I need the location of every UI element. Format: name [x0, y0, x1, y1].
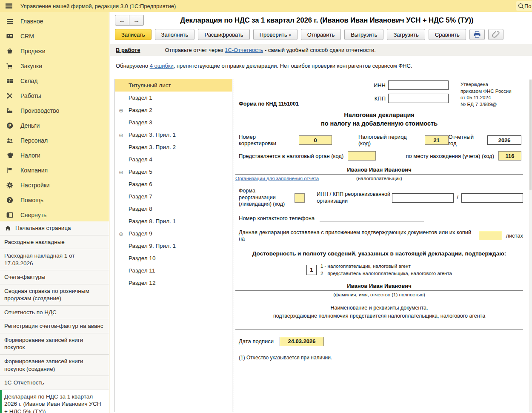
- back-arrow-icon: ←: [119, 17, 126, 24]
- sidebar-item-label: CRM: [20, 33, 34, 40]
- section-item-1[interactable]: Раздел 1: [115, 92, 232, 104]
- section-item-9-app-1[interactable]: Раздел 9. Прил. 1: [115, 240, 232, 252]
- signer-code-field[interactable]: 1: [306, 265, 317, 275]
- sidebar-item-purchases[interactable]: Закупки: [0, 58, 109, 73]
- section-label: Раздел 7: [129, 193, 152, 200]
- section-item-title-page[interactable]: Титульный лист: [115, 79, 232, 92]
- sidebar-item-main[interactable]: Главное: [0, 14, 109, 29]
- approved-note: Утверждена приказом ФНС России от 05.11.…: [449, 80, 523, 108]
- phone-input[interactable]: [320, 215, 424, 221]
- history-item[interactable]: Регистрация счетов-фактур на аванс: [0, 319, 109, 333]
- year-field[interactable]: 2026: [487, 135, 521, 145]
- send-button[interactable]: Отправить: [301, 29, 341, 40]
- attachment-pages-field[interactable]: [479, 231, 502, 240]
- history-item-label: Декларация по НДС за 1 квартал 2026 г. (…: [4, 393, 105, 413]
- 1c-reporting-link[interactable]: 1С-Отчетность: [225, 47, 263, 53]
- section-item-3[interactable]: Раздел 3: [115, 116, 232, 129]
- taxpayer-name: Иванов Иван Иванович: [235, 166, 523, 175]
- sidebar-item-warehouse[interactable]: Склад: [0, 73, 109, 88]
- form-divider: [235, 330, 523, 330]
- scrollbar-thumb[interactable]: [529, 80, 532, 190]
- form-scrollbar[interactable]: [529, 79, 532, 412]
- expand-icon[interactable]: ⊕: [119, 132, 123, 138]
- section-item-5[interactable]: ⊕Раздел 5: [115, 166, 232, 178]
- sidebar-item-works[interactable]: Работы: [0, 88, 109, 103]
- history-item[interactable]: Расходная накладная 1 от 17.03.2026: [0, 249, 109, 270]
- reorg-code-field[interactable]: [295, 193, 305, 203]
- history-item[interactable]: Сводная справка по розничным продажам (с…: [0, 284, 109, 306]
- section-item-8-app-1[interactable]: Раздел 8. Прил. 1: [115, 215, 232, 227]
- history-item[interactable]: Формирование записей книги покупок: [0, 333, 109, 355]
- attach-button[interactable]: [488, 29, 503, 40]
- section-item-4[interactable]: Раздел 4: [115, 153, 232, 166]
- sidebar-item-money[interactable]: P Деньги: [0, 118, 109, 133]
- expand-icon[interactable]: ⊕: [119, 169, 123, 175]
- reorg-kpp-field[interactable]: [461, 193, 523, 203]
- global-search[interactable]: По: [516, 1, 532, 11]
- import-button[interactable]: Загрузить: [387, 29, 425, 40]
- history-item-label: Сводная справка по розничным продажам (с…: [4, 287, 105, 302]
- section-item-10[interactable]: Раздел 10: [115, 252, 232, 264]
- correction-label: Номер корректировки: [239, 134, 295, 146]
- sidebar-item-sales[interactable]: Продажи: [0, 43, 109, 58]
- svg-text:P: P: [9, 123, 11, 128]
- approved-line: приказом ФНС России: [460, 88, 523, 95]
- phone-row: Номер контактного телефона: [235, 215, 523, 221]
- history-item[interactable]: Счета-фактуры: [0, 270, 109, 284]
- expand-icon[interactable]: ⊕: [119, 230, 123, 237]
- section-item-12[interactable]: Раздел 12: [115, 277, 232, 289]
- authority-field[interactable]: [348, 151, 376, 161]
- section-item-9[interactable]: ⊕Раздел 9: [115, 227, 232, 240]
- compare-button[interactable]: Сравнить: [429, 29, 466, 40]
- decrypt-button[interactable]: Расшифровать: [198, 29, 249, 40]
- export-button[interactable]: Выгрузить: [344, 29, 383, 40]
- doc-note-line1: Наименование и реквизиты документа,: [235, 304, 523, 312]
- period-field[interactable]: 21: [425, 135, 449, 145]
- phone-label: Номер контактного телефона: [239, 215, 315, 221]
- correction-field[interactable]: 0: [299, 135, 332, 145]
- history-item[interactable]: Расходные накладные: [0, 235, 109, 250]
- year-label: Отчетный год: [449, 134, 483, 146]
- sidebar-item-staff[interactable]: Персонал: [0, 133, 109, 148]
- section-item-3-app-2[interactable]: Раздел 3. Прил. 2: [115, 141, 232, 153]
- check-button[interactable]: Проверить▾: [253, 29, 297, 40]
- history-item[interactable]: Формирование записей книги покупок (созд…: [0, 355, 109, 376]
- reorg-inn-field[interactable]: [392, 193, 454, 203]
- sidebar-item-help[interactable]: ? Помощь: [0, 192, 109, 207]
- section-item-11[interactable]: Раздел 11: [115, 264, 232, 277]
- section-item-8[interactable]: Раздел 8: [115, 203, 232, 215]
- sidebar-item-company[interactable]: Компания: [0, 163, 109, 178]
- kpp-field[interactable]: [388, 94, 449, 103]
- sidebar-item-collapse[interactable]: Свернуть: [0, 207, 109, 222]
- save-button[interactable]: Записать: [115, 29, 152, 40]
- section-item-2[interactable]: ⊕Раздел 2: [115, 104, 232, 116]
- fill-button[interactable]: Заполнить: [155, 29, 195, 40]
- sidebar-item-label: Главное: [20, 18, 43, 25]
- section-item-3-app-1[interactable]: ⊕Раздел 3. Прил. 1: [115, 129, 232, 141]
- sign-date-field[interactable]: 24.03.2026: [280, 337, 324, 346]
- back-button[interactable]: ←: [115, 15, 129, 26]
- print-button[interactable]: [469, 29, 485, 40]
- history-item-active[interactable]: Декларация по НДС за 1 квартал 2026 г. (…: [0, 390, 109, 413]
- section-label: Раздел 3: [129, 119, 152, 126]
- people-icon: [6, 137, 14, 144]
- status-badge[interactable]: В работе: [116, 47, 140, 53]
- history-item-home[interactable]: Начальная страница: [0, 221, 109, 235]
- sidebar-item-settings[interactable]: Настройки: [0, 178, 109, 192]
- forward-button[interactable]: →: [129, 15, 144, 26]
- sidebar-item-production[interactable]: Производство: [0, 103, 109, 118]
- panel-splitter[interactable]: [234, 79, 234, 412]
- paperclip-icon: [492, 30, 500, 39]
- section-item-6[interactable]: Раздел 6: [115, 178, 232, 190]
- sidebar-item-taxes[interactable]: Налоги: [0, 148, 109, 163]
- expand-icon[interactable]: ⊕: [119, 107, 123, 113]
- main-menu-icon[interactable]: [4, 2, 15, 10]
- sidebar-item-crm[interactable]: CRM: [0, 29, 109, 43]
- location-field[interactable]: 116: [498, 151, 521, 161]
- history-item[interactable]: 1С-Отчетность: [0, 376, 109, 390]
- history-item[interactable]: Отчетность по НДС: [0, 306, 109, 320]
- inn-field[interactable]: [388, 80, 449, 90]
- errors-link[interactable]: 4 ошибки: [150, 63, 174, 69]
- section-item-7[interactable]: Раздел 7: [115, 190, 232, 203]
- orgs-for-report-link[interactable]: Организации для заполнения отчета: [235, 176, 319, 181]
